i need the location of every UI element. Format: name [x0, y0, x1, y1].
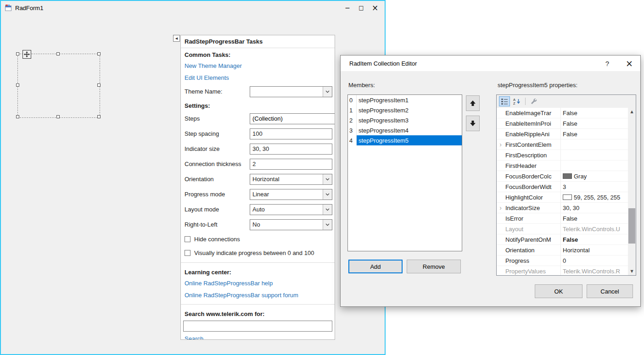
property-row[interactable]: › FirstContentElem	[497, 139, 628, 150]
add-button[interactable]: Add	[348, 260, 403, 273]
dialog-help-button[interactable]: ?	[596, 55, 618, 71]
indicator-size-input[interactable]	[250, 144, 332, 155]
resize-handle-top-mid[interactable]	[56, 52, 60, 55]
property-grid-toolbar: A Z	[497, 95, 636, 108]
property-row[interactable]: IsError False	[497, 213, 628, 224]
search-link[interactable]: Search	[181, 333, 335, 340]
member-row[interactable]: 1 stepProgressItem2	[348, 105, 462, 115]
orientation-value: Horizontal	[250, 176, 323, 183]
member-row-selected[interactable]: 4 stepProgressItem5	[348, 135, 462, 145]
online-help-link[interactable]: Online RadStepProgressBar help	[181, 277, 335, 289]
chevron-down-icon[interactable]	[323, 174, 332, 184]
members-listbox: 0 stepProgressItem1 1 stepProgressItem2 …	[347, 94, 462, 251]
property-row[interactable]: FirstHeader	[497, 161, 628, 171]
property-name: FirstContentElem	[504, 139, 561, 150]
property-value: False	[563, 215, 577, 222]
maximize-button[interactable]: □	[354, 2, 368, 14]
scroll-down-icon[interactable]: ▼	[628, 267, 636, 275]
move-down-button[interactable]	[466, 116, 480, 131]
member-name: stepProgressItem4	[357, 125, 462, 135]
property-row[interactable]: EnableRippleAni False	[497, 129, 628, 139]
member-name: stepProgressItem3	[357, 115, 462, 125]
expand-icon[interactable]: ›	[497, 141, 504, 148]
indicate-progress-checkbox[interactable]	[185, 250, 190, 256]
property-row[interactable]: PropertyValues Telerik.WinControls.R	[497, 266, 628, 275]
ok-button[interactable]: OK	[535, 284, 582, 298]
scroll-up-icon[interactable]: ▲	[628, 108, 636, 116]
connection-thickness-input[interactable]	[250, 159, 332, 170]
member-row[interactable]: 0 stepProgressItem1	[348, 95, 462, 105]
property-name: NotifyParentOnM	[504, 234, 561, 244]
divider	[181, 262, 335, 263]
property-row[interactable]: EnableImageTrar False	[497, 108, 628, 118]
expand-icon[interactable]: ›	[497, 205, 504, 211]
alphabetical-sort-button[interactable]: A Z	[511, 96, 522, 106]
right-to-left-row: Right-to-Left No	[181, 217, 335, 232]
new-theme-manager-link[interactable]: New Theme Manager	[181, 60, 335, 72]
member-index: 2	[348, 115, 357, 125]
theme-name-combo[interactable]	[250, 86, 332, 97]
close-button[interactable]: ×	[368, 2, 382, 14]
property-value: 0	[563, 257, 566, 264]
property-row[interactable]: Layout Telerik.WinControls.U	[497, 224, 628, 234]
common-tasks-label: Common Tasks:	[181, 48, 335, 60]
layout-mode-label: Layout mode	[185, 206, 250, 213]
property-value: Telerik.WinControls.U	[563, 226, 620, 233]
property-name: HighlightColor	[504, 192, 561, 202]
orientation-combo[interactable]: Horizontal	[250, 174, 332, 185]
move-handle[interactable]	[22, 50, 31, 59]
resize-handle-bottom-mid[interactable]	[56, 115, 60, 118]
member-row[interactable]: 3 stepProgressItem4	[348, 125, 462, 135]
member-index: 0	[348, 95, 357, 105]
cancel-button[interactable]: Cancel	[587, 284, 633, 298]
step-spacing-input[interactable]	[250, 128, 332, 139]
property-pages-button[interactable]	[528, 96, 539, 106]
dialog-close-button[interactable]: ×	[618, 55, 640, 71]
categorized-view-button[interactable]	[499, 96, 510, 106]
property-row[interactable]: Orientation Horizontal	[497, 245, 628, 255]
minimize-button[interactable]: −	[341, 2, 354, 14]
property-row[interactable]: › IndicatorSize 30, 30	[497, 203, 628, 213]
property-row[interactable]: HighlightColor 59, 255, 255, 255	[497, 192, 628, 203]
resize-handle-mid-right[interactable]	[97, 83, 101, 87]
property-row[interactable]: NotifyParentOnM False	[497, 234, 628, 245]
remove-button[interactable]: Remove	[407, 260, 461, 273]
property-name: Layout	[504, 224, 561, 234]
edit-ui-elements-link[interactable]: Edit UI Elements	[181, 72, 335, 84]
property-row[interactable]: Progress 0	[497, 255, 628, 266]
property-grid-scrollbar[interactable]: ▲ ▼	[628, 108, 636, 275]
property-row[interactable]: FirstDescription	[497, 150, 628, 161]
step-spacing-label: Step spacing	[185, 130, 250, 137]
resize-handle-mid-left[interactable]	[16, 83, 19, 87]
support-forum-link[interactable]: Online RadStepProgressBar support forum	[181, 289, 335, 301]
chevron-down-icon[interactable]	[323, 189, 332, 200]
right-to-left-combo[interactable]: No	[250, 219, 332, 230]
member-row[interactable]: 2 stepProgressItem3	[348, 115, 462, 125]
resize-handle-top-left[interactable]	[16, 52, 19, 55]
property-value: False	[563, 236, 578, 243]
form-icon	[5, 4, 12, 11]
steps-input[interactable]	[250, 113, 335, 124]
property-row[interactable]: EnableItemInProi False	[497, 118, 628, 129]
search-input[interactable]	[183, 321, 332, 332]
progress-mode-combo[interactable]: Linear	[250, 189, 332, 200]
move-up-button[interactable]	[466, 95, 480, 111]
smart-tag-arrow-button[interactable]: ◀	[173, 35, 180, 42]
indicate-progress-row: Visually indicate progress between 0 and…	[181, 246, 335, 260]
scrollbar-thumb[interactable]	[628, 208, 635, 244]
property-row[interactable]: FocusBorderColc Gray	[497, 171, 628, 182]
chevron-down-icon[interactable]	[323, 220, 332, 230]
property-value: 3	[563, 183, 566, 190]
resize-handle-bottom-left[interactable]	[16, 115, 19, 118]
resize-handle-bottom-right[interactable]	[97, 115, 101, 118]
hide-connections-checkbox[interactable]	[185, 236, 190, 242]
property-rows: EnableImageTrar False EnableItemInProi F…	[497, 108, 628, 275]
resize-handle-top-right[interactable]	[97, 52, 101, 55]
chevron-down-icon[interactable]	[323, 205, 332, 215]
members-label: Members:	[348, 82, 375, 89]
layout-mode-combo[interactable]: Auto	[250, 204, 332, 215]
raditem-collection-editor-dialog: RadItem Collection Editor ? × Members: s…	[340, 55, 641, 307]
property-row[interactable]: FocusBorderWidt 3	[497, 182, 628, 192]
learning-center-label: Learning center:	[181, 266, 335, 277]
chevron-down-icon[interactable]	[323, 87, 332, 97]
